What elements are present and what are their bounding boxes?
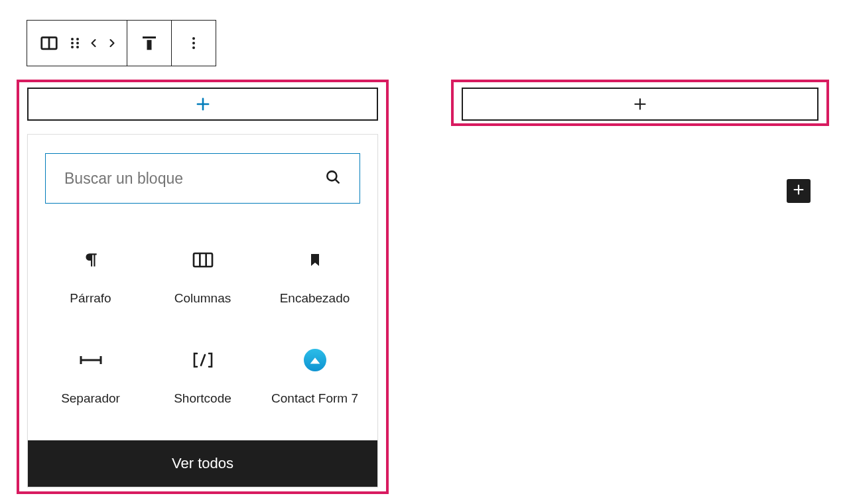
block-heading[interactable]: Encabezado	[259, 234, 371, 334]
search-button[interactable]	[320, 165, 346, 192]
plus-icon	[631, 95, 649, 113]
block-contact-form-7[interactable]: Contact Form 7	[259, 334, 371, 434]
block-shortcode[interactable]: Shortcode	[147, 334, 259, 434]
svg-rect-9	[147, 40, 152, 50]
chevron-right-icon	[105, 35, 119, 51]
svg-line-23	[201, 355, 205, 365]
blocks-grid: Párrafo Columnas	[28, 214, 377, 440]
block-label: Contact Form 7	[271, 390, 358, 407]
columns-block-button[interactable]	[33, 27, 66, 60]
svg-point-10	[192, 37, 195, 40]
bookmark-icon	[307, 246, 323, 274]
block-separator[interactable]: Separador	[34, 334, 147, 434]
toolbar-group-block	[27, 21, 127, 66]
block-paragraph[interactable]: Párrafo	[34, 234, 147, 334]
drag-handle-button[interactable]	[66, 27, 84, 60]
svg-point-12	[192, 46, 195, 49]
block-label: Shortcode	[174, 390, 231, 407]
block-columns[interactable]: Columnas	[147, 234, 259, 334]
svg-point-7	[76, 46, 79, 48]
column-right-selected	[451, 80, 829, 126]
svg-point-3	[76, 38, 79, 40]
chevron-left-icon	[87, 35, 100, 51]
svg-rect-8	[143, 36, 156, 38]
toolbar-group-more	[172, 21, 216, 66]
drag-handle-icon	[69, 35, 81, 51]
more-options-button[interactable]	[177, 27, 210, 60]
pilcrow-icon	[82, 246, 99, 274]
floating-add-button[interactable]	[787, 179, 811, 203]
shortcode-icon	[192, 346, 214, 374]
svg-point-2	[71, 38, 74, 40]
svg-point-5	[76, 42, 79, 44]
block-label: Separador	[61, 390, 120, 407]
svg-line-16	[335, 179, 338, 182]
vertical-align-button[interactable]	[133, 27, 166, 60]
svg-rect-17	[194, 253, 212, 267]
block-appender-right[interactable]	[462, 88, 818, 121]
cf7-icon	[304, 346, 326, 374]
plus-icon	[194, 95, 212, 113]
search-field	[45, 153, 360, 204]
svg-point-11	[192, 42, 195, 44]
search-input[interactable]	[63, 169, 320, 188]
search-icon	[324, 168, 342, 188]
toolbar-group-align	[127, 21, 172, 66]
browse-all-button[interactable]: Ver todos	[28, 440, 377, 487]
columns3-icon	[192, 246, 214, 274]
more-vertical-icon	[186, 35, 202, 51]
quick-inserter-popover: Párrafo Columnas	[27, 134, 378, 487]
block-appender-left[interactable]	[27, 88, 378, 121]
vertical-align-top-icon	[139, 33, 159, 53]
separator-icon	[79, 346, 103, 374]
block-label: Columnas	[174, 290, 231, 307]
move-right-button[interactable]	[103, 27, 121, 60]
column-left-selected: Párrafo Columnas	[17, 80, 389, 494]
move-left-button[interactable]	[84, 27, 103, 60]
search-wrap	[28, 135, 377, 214]
svg-point-4	[71, 42, 74, 44]
block-label: Encabezado	[280, 290, 350, 307]
block-label: Párrafo	[70, 290, 111, 307]
block-toolbar	[27, 20, 216, 66]
browse-all-label: Ver todos	[172, 455, 233, 472]
columns-icon	[39, 33, 59, 53]
svg-point-6	[71, 46, 74, 48]
plus-icon	[791, 182, 806, 200]
